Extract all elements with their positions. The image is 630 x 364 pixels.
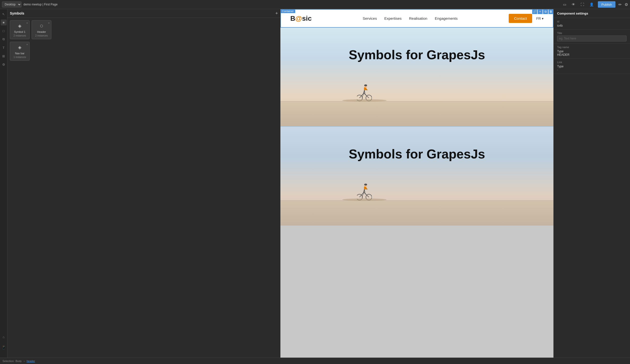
field-link-subval: - — [557, 68, 626, 72]
pebble-path-1 — [342, 99, 387, 102]
navbar-count: 1 instances — [14, 56, 26, 58]
svg-line-25 — [364, 189, 365, 194]
fullscreen-icon[interactable]: ⛶ — [579, 2, 585, 7]
field-id: id io4b — [554, 18, 630, 30]
nav-header: Container 🔗 + ⧉ 🗑 B@sic Services Experti… — [280, 9, 554, 28]
hero-title-2: Symbols for GrapesJs — [280, 137, 554, 161]
symbol-card-symbol1[interactable]: × ◈ Symbol 1 2 instances — [10, 20, 30, 39]
svg-point-9 — [364, 84, 367, 86]
symbol1-label: Symbol 1 — [14, 30, 26, 33]
pen-icon[interactable]: ✏ — [618, 2, 622, 7]
pebble-path-2 — [342, 198, 387, 201]
header-close[interactable]: × — [48, 21, 50, 24]
symbol1-count: 2 instances — [14, 34, 26, 37]
symbols-add-button[interactable]: + — [275, 11, 278, 15]
nav-header-actions: 🔗 + ⧉ 🗑 — [532, 9, 554, 14]
logo-b: B — [290, 14, 295, 22]
top-bar-left: Desktop demo meetup | First Page — [2, 1, 58, 7]
field-title-label: Title — [557, 32, 626, 34]
symbols-panel-title: Symbols — [10, 11, 24, 15]
field-link: Link Type - — [554, 59, 630, 74]
nav-right: Contact FR ▾ — [509, 14, 544, 23]
logo-at: @ — [295, 14, 302, 22]
bottom-bar: Selection: Body → header — [0, 358, 630, 364]
field-tagname-row: Type — [557, 50, 626, 53]
navbar-label: Nav bar — [15, 52, 25, 55]
main-layout: ↖ ≡ □ ⧉ T ⊞ ⚙ ⌂ 📱 Symbols + × ◈ Symbol 1… — [0, 9, 630, 358]
nav-action-link[interactable]: 🔗 — [532, 9, 537, 14]
rail-icon-layers[interactable]: ≡ — [1, 19, 7, 25]
breadcrumb-text: demo meetup | First Page — [24, 3, 58, 6]
svg-line-3 — [364, 93, 369, 98]
field-tagname-label: Tag name — [557, 46, 626, 49]
svg-line-16 — [364, 192, 369, 197]
nav-link-services[interactable]: Services — [363, 16, 377, 20]
field-id-label: id — [557, 20, 626, 23]
nav-link-engagements[interactable]: Engagements — [435, 16, 458, 20]
publish-button[interactable]: Publish — [598, 1, 616, 8]
symbols-panel: Symbols + × ◈ Symbol 1 2 instances × ⬡ — [8, 9, 280, 358]
nav-action-add[interactable]: + — [538, 9, 542, 14]
right-panel: Component settings id io4b Title Tag nam… — [554, 9, 630, 358]
field-id-value: io4b — [557, 24, 626, 27]
icon-rail: ↖ ≡ □ ⧉ T ⊞ ⚙ ⌂ 📱 — [0, 9, 8, 358]
user-icon[interactable]: 👤 — [588, 2, 595, 7]
field-title-input[interactable] — [557, 35, 626, 41]
bottom-header-link[interactable]: header — [27, 360, 35, 363]
nav-action-delete[interactable]: 🗑 — [548, 9, 554, 14]
nav-links: Services Expertises Realisation Engageme… — [363, 16, 458, 20]
field-link-row: Type — [557, 65, 626, 68]
svg-line-12 — [364, 90, 365, 95]
hero-section-1: Symbols for GrapesJs — [280, 28, 554, 126]
navbar-icon: ◈ — [16, 44, 24, 51]
gear-icon[interactable]: ⚙ — [624, 2, 628, 7]
symbol-card-navbar[interactable]: × ◈ Nav bar 1 instances — [10, 42, 30, 61]
website-preview: Container 🔗 + ⧉ 🗑 B@sic Services Experti… — [280, 9, 554, 225]
canvas-area[interactable]: Container 🔗 + ⧉ 🗑 B@sic Services Experti… — [280, 9, 554, 358]
panel-title: Component settings — [554, 9, 630, 18]
rail-icon-home[interactable]: ⌂ — [1, 334, 7, 340]
nav-link-realisation[interactable]: Realisation — [409, 16, 427, 20]
hero-title-1: Symbols for GrapesJs — [280, 37, 554, 62]
header-label: Header — [37, 30, 46, 33]
symbols-row-2: × ◈ Nav bar 1 instances — [10, 42, 278, 61]
svg-point-22 — [364, 183, 367, 185]
navbar-close[interactable]: × — [26, 43, 28, 46]
bottom-arrow: → — [23, 360, 26, 363]
symbols-row-1: × ◈ Symbol 1 2 instances × ⬡ Header 2 in… — [10, 20, 278, 39]
rail-icon-stack[interactable]: ⧉ — [1, 36, 7, 42]
rail-icon-settings[interactable]: ⚙ — [1, 61, 7, 67]
field-link-label: Link — [557, 61, 626, 64]
header-icon: ⬡ — [38, 22, 46, 29]
symbol-card-header[interactable]: × ⬡ Header 2 instances — [32, 20, 52, 39]
rail-icon-text[interactable]: T — [1, 45, 7, 51]
hero-section-2: Symbols for GrapesJs — [280, 127, 554, 225]
rail-icon-blocks[interactable]: ⊞ — [1, 53, 7, 59]
rail-icon-page[interactable]: □ — [1, 28, 7, 34]
header-count: 2 instances — [35, 34, 48, 37]
symbols-content: × ◈ Symbol 1 2 instances × ⬡ Header 2 in… — [8, 18, 280, 63]
symbols-header: Symbols + — [8, 9, 280, 18]
field-tagname: Tag name Type HEADER — [554, 44, 630, 59]
rail-icon-phone[interactable]: 📱 — [1, 344, 7, 350]
field-tagname-subval: HEADER — [557, 53, 626, 56]
bottom-body: Body — [16, 360, 22, 363]
rail-icon-arrow[interactable]: ↖ — [1, 11, 7, 17]
field-tagname-type: Type — [557, 50, 564, 53]
preview-icon[interactable]: 👁 — [570, 2, 576, 7]
window-normal-icon[interactable]: ▭ — [562, 2, 568, 7]
contact-button[interactable]: Contact — [509, 14, 532, 23]
lang-text: FR — [536, 16, 541, 20]
nav-action-copy[interactable]: ⧉ — [543, 9, 548, 14]
nav-link-expertises[interactable]: Expertises — [384, 16, 402, 20]
desktop-select[interactable]: Desktop — [2, 1, 22, 7]
symbol1-icon: ◈ — [16, 22, 24, 29]
field-title: Title — [554, 30, 630, 44]
logo: B@sic — [290, 14, 312, 22]
lang-selector[interactable]: FR ▾ — [536, 16, 544, 20]
water-reflection-2 — [280, 201, 554, 225]
water-reflection-1 — [280, 102, 554, 126]
symbol1-close[interactable]: × — [26, 21, 28, 24]
container-badge: Container — [280, 9, 295, 13]
top-bar: Desktop demo meetup | First Page ▭ 👁 ⛶ 👤… — [0, 0, 630, 9]
